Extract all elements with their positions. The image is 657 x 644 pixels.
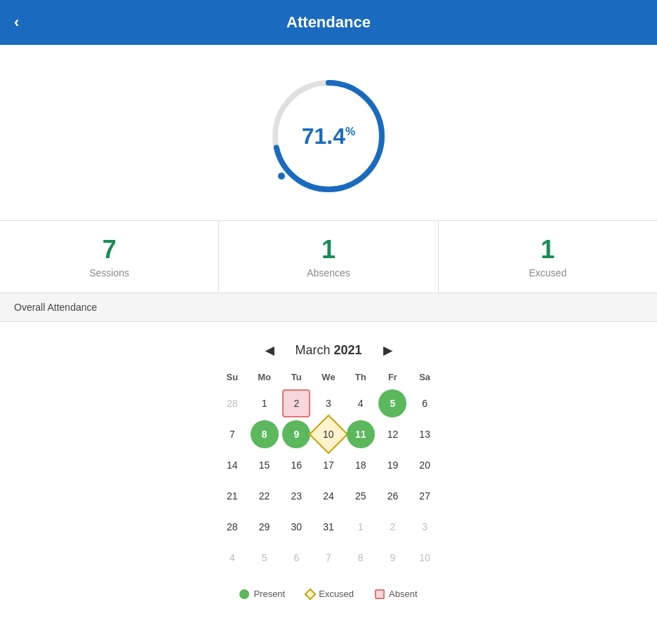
prev-month-button[interactable]: ◀ — [265, 344, 274, 357]
stats-row: 7 Sessions 1 Absences 1 Excused — [0, 220, 657, 293]
legend-present: Present — [239, 589, 285, 599]
gauge-percentage: 71.4% — [302, 123, 356, 149]
calendar-day[interactable]: 4 — [218, 544, 246, 572]
calendar-day[interactable]: 5 — [251, 544, 279, 572]
calendar-day[interactable]: 3 — [314, 389, 343, 417]
next-month-button[interactable]: ▶ — [383, 344, 392, 357]
calendar-day[interactable]: 9 — [282, 420, 310, 448]
gauge-dot — [278, 173, 285, 180]
calendar-day[interactable]: 13 — [411, 420, 439, 448]
calendar-day[interactable]: 25 — [347, 482, 375, 510]
calendar-week-5: 45678910 — [216, 544, 441, 572]
calendar-day[interactable]: 4 — [347, 389, 375, 417]
day-name-sa: Sa — [409, 369, 441, 385]
calendar-day[interactable]: 14 — [218, 451, 246, 479]
calendar-week-2: 14151617181920 — [216, 451, 441, 479]
calendar-week-3: 21222324252627 — [216, 482, 441, 510]
calendar-day[interactable]: 29 — [251, 513, 279, 541]
calendar-day[interactable]: 10 — [411, 544, 439, 572]
calendar-week-1: 78910111213 — [216, 420, 441, 448]
gauge-wrapper: 71.4% — [265, 73, 392, 199]
calendar-day[interactable]: 6 — [282, 544, 310, 572]
calendar-day[interactable]: 22 — [251, 482, 279, 510]
calendar-day[interactable]: 2 — [282, 389, 310, 417]
legend-absent-label: Absent — [389, 589, 417, 599]
legend-absent: Absent — [375, 589, 417, 599]
back-button[interactable]: ‹ — [14, 13, 19, 32]
calendar-day[interactable]: 23 — [282, 482, 310, 510]
legend-excused-icon — [305, 588, 317, 600]
absences-label: Absences — [307, 267, 350, 279]
legend-absent-icon — [375, 589, 385, 599]
calendar-day[interactable]: 27 — [411, 482, 439, 510]
calendar-day[interactable]: 8 — [347, 544, 375, 572]
calendar-day[interactable]: 3 — [411, 513, 439, 541]
calendar-day[interactable]: 5 — [378, 389, 406, 417]
legend-excused: Excused — [306, 589, 354, 599]
sessions-label: Sessions — [89, 267, 129, 279]
calendar-day[interactable]: 2 — [378, 513, 406, 541]
calendar-day[interactable]: 1 — [347, 513, 375, 541]
calendar-week-0: 28123456 — [216, 389, 441, 417]
day-name-th: Th — [345, 369, 377, 385]
calendar-day[interactable]: 28 — [218, 389, 246, 417]
calendar-week-4: 28293031123 — [216, 513, 441, 541]
calendar-day[interactable]: 30 — [282, 513, 310, 541]
calendar-day[interactable]: 19 — [378, 451, 406, 479]
legend: Present Excused Absent — [239, 589, 417, 599]
sessions-number: 7 — [102, 235, 117, 264]
calendar-day[interactable]: 1 — [251, 389, 279, 417]
absences-number: 1 — [321, 235, 336, 264]
legend-present-icon — [239, 589, 249, 599]
calendar-day[interactable]: 24 — [314, 482, 343, 510]
day-name-we: We — [312, 369, 345, 385]
day-name-tu: Tu — [280, 369, 312, 385]
overall-attendance-header: Overall Attendance — [0, 293, 657, 322]
legend-excused-label: Excused — [319, 589, 354, 599]
calendar-nav: ◀ March 2021 ▶ — [265, 343, 391, 358]
calendar-day[interactable]: 8 — [251, 420, 279, 448]
calendar-day[interactable]: 16 — [282, 451, 310, 479]
calendar-weeks: 2812345678910111213141516171819202122232… — [216, 389, 441, 572]
stat-sessions: 7 Sessions — [0, 221, 219, 293]
stat-excused: 1 Excused — [439, 221, 657, 293]
calendar-section: ◀ March 2021 ▶ Su Mo Tu We Th Fr Sa 2812… — [0, 322, 657, 620]
stat-absences: 1 Absences — [219, 221, 438, 293]
day-name-mo: Mo — [248, 369, 281, 385]
excused-label: Excused — [529, 267, 566, 279]
day-name-fr: Fr — [377, 369, 409, 385]
calendar-day[interactable]: 10 — [309, 415, 349, 455]
calendar-day[interactable]: 21 — [218, 482, 246, 510]
gauge-section: 71.4% — [0, 45, 657, 220]
calendar-month-title: March 2021 — [295, 343, 361, 358]
calendar-day[interactable]: 7 — [218, 420, 246, 448]
page-title: Attendance — [286, 13, 371, 32]
excused-number: 1 — [540, 235, 555, 264]
calendar-day[interactable]: 20 — [411, 451, 439, 479]
calendar-day[interactable]: 26 — [378, 482, 406, 510]
calendar-day[interactable]: 6 — [411, 389, 439, 417]
legend-present-label: Present — [253, 589, 285, 599]
calendar-day[interactable]: 15 — [251, 451, 279, 479]
header: ‹ Attendance — [0, 0, 657, 45]
calendar-day[interactable]: 7 — [314, 544, 343, 572]
day-name-su: Su — [216, 369, 248, 385]
calendar-day[interactable]: 11 — [347, 420, 375, 448]
calendar-grid: Su Mo Tu We Th Fr Sa 2812345678910111213… — [216, 369, 441, 575]
calendar-day[interactable]: 31 — [314, 513, 343, 541]
calendar-day[interactable]: 17 — [314, 451, 343, 479]
calendar-day[interactable]: 18 — [347, 451, 375, 479]
calendar-day[interactable]: 12 — [378, 420, 406, 448]
calendar-day-headers: Su Mo Tu We Th Fr Sa — [216, 369, 441, 385]
calendar-day[interactable]: 9 — [378, 544, 406, 572]
calendar-day[interactable]: 28 — [218, 513, 246, 541]
